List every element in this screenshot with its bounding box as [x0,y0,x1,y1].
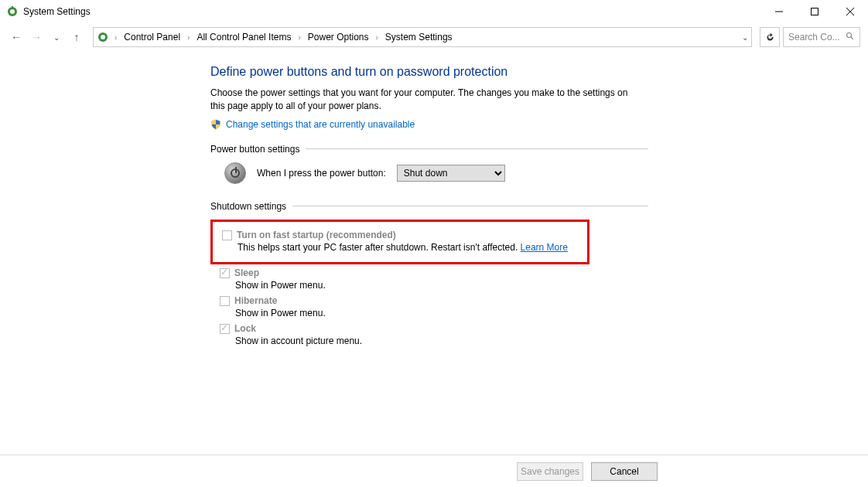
svg-line-10 [851,36,853,39]
svg-rect-4 [812,9,818,15]
search-icon [846,32,855,43]
section-label: Power button settings [210,144,299,155]
power-button-section-header: Power button settings [210,144,648,155]
lock-checkbox [220,324,230,334]
power-icon [224,162,246,184]
cancel-button[interactable]: Cancel [591,462,658,481]
breadcrumb-item[interactable]: All Control Panel Items [195,32,292,43]
hibernate-label: Hibernate [234,295,277,306]
content-area: Define power buttons and turn on passwor… [0,51,648,346]
learn-more-link[interactable]: Learn More [521,242,568,253]
chevron-right-icon: › [296,33,302,42]
title-bar: System Settings [0,0,868,23]
close-button[interactable] [832,0,868,23]
page-title: Define power buttons and turn on passwor… [210,65,648,79]
shutdown-section-header: Shutdown settings [210,201,648,212]
divider [292,206,648,206]
breadcrumb-item[interactable]: Power Options [306,32,371,43]
svg-rect-2 [12,6,13,9]
save-button[interactable]: Save changes [517,462,583,481]
shield-icon [210,119,221,130]
sleep-row: Sleep [220,267,648,278]
breadcrumb[interactable]: › Control Panel › All Control Panel Item… [93,27,752,47]
chevron-down-icon[interactable]: ⌄ [742,33,748,42]
lock-row: Lock [220,323,648,334]
forward-button[interactable]: → [28,29,45,46]
power-button-row: When I press the power button: Shut down [224,162,648,184]
app-icon [6,5,19,18]
breadcrumb-item[interactable]: System Settings [384,32,454,43]
minimize-button[interactable] [761,0,797,23]
lock-desc: Show in account picture menu. [235,335,648,346]
refresh-button[interactable] [760,27,780,47]
search-placeholder: Search Co... [788,32,840,43]
shutdown-settings-list: Turn on fast startup (recommended) This … [210,220,648,346]
sleep-desc: Show in Power menu. [235,280,648,291]
recent-dropdown[interactable]: ⌄ [48,29,65,46]
section-label: Shutdown settings [210,201,286,212]
fast-startup-checkbox [222,230,232,240]
divider [306,148,648,149]
search-input[interactable]: Search Co... [783,27,860,47]
power-button-select[interactable]: Shut down [397,165,505,182]
breadcrumb-item[interactable]: Control Panel [122,32,182,43]
fast-startup-desc: This helps start your PC faster after sh… [238,242,578,253]
svg-point-8 [101,35,105,39]
up-button[interactable]: ↑ [68,29,85,46]
lock-label: Lock [234,323,256,334]
svg-point-1 [10,9,15,14]
fast-startup-label: Turn on fast startup (recommended) [237,230,396,240]
chevron-right-icon: › [374,33,381,42]
sleep-checkbox [220,268,230,278]
breadcrumb-icon [97,31,109,43]
footer: Save changes Cancel [0,455,868,487]
power-button-label: When I press the power button: [257,168,386,179]
sleep-label: Sleep [234,267,259,278]
fast-startup-highlight: Turn on fast startup (recommended) This … [210,220,589,264]
hibernate-row: Hibernate [220,295,648,306]
change-settings-link[interactable]: Change settings that are currently unava… [226,119,415,130]
chevron-right-icon: › [185,33,192,42]
maximize-button[interactable] [797,0,832,23]
fast-startup-row: Turn on fast startup (recommended) [222,230,578,240]
hibernate-desc: Show in Power menu. [235,308,648,318]
change-settings-row: Change settings that are currently unava… [210,119,648,130]
nav-row: ← → ⌄ ↑ › Control Panel › All Control Pa… [0,23,868,51]
hibernate-checkbox [220,296,230,306]
window-controls [761,0,868,23]
chevron-right-icon: › [112,33,119,42]
window-title: System Settings [23,6,91,17]
page-subtitle: Choose the power settings that you want … [210,87,644,113]
back-button[interactable]: ← [8,29,25,46]
svg-point-9 [847,32,852,37]
